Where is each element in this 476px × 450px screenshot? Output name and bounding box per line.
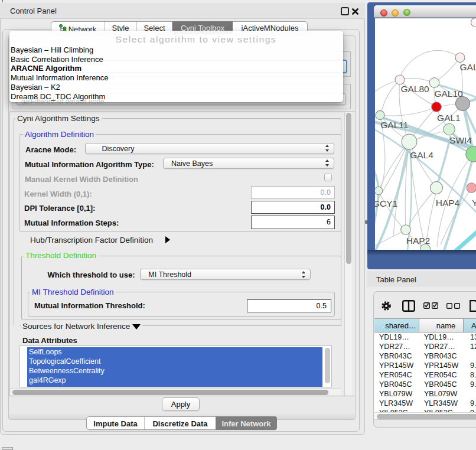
svg-text:GAL10: GAL10: [434, 89, 463, 99]
svg-text:GAL4: GAL4: [410, 150, 433, 160]
svg-text:GCY1: GCY1: [375, 198, 397, 208]
svg-text:YJ: YJ: [472, 198, 476, 208]
svg-text:GAL11: GAL11: [380, 120, 408, 130]
svg-text:SWI4: SWI4: [449, 135, 472, 145]
svg-text:GAL80: GAL80: [400, 84, 429, 94]
svg-text:HAP4: HAP4: [436, 198, 460, 208]
svg-text:GAL7: GAL7: [460, 62, 476, 72]
svg-text:HAP2: HAP2: [406, 236, 431, 246]
svg-text:GAL1: GAL1: [437, 113, 461, 123]
